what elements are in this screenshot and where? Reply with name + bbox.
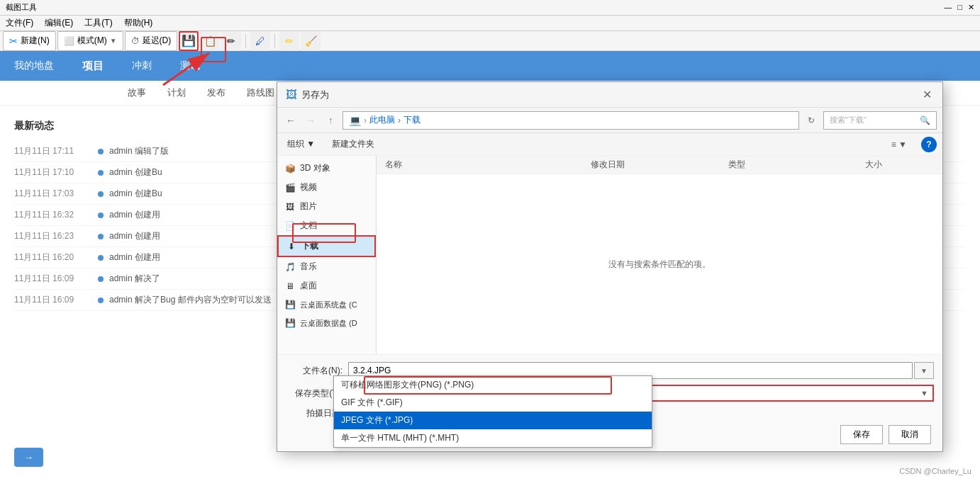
column-headers: 名称 修改日期 类型 大小	[377, 156, 942, 174]
desktop-icon: 🖥	[284, 281, 296, 292]
drive-d-icon: 💾	[284, 317, 296, 329]
dialog-title-area: 🖼 另存为	[286, 89, 329, 101]
cancel-button[interactable]: 取消	[889, 425, 931, 444]
csdn-watermark: CSDN @Charley_Lu	[899, 467, 971, 475]
left-item-picture[interactable]: 🖼 图片	[277, 197, 376, 216]
document-icon: 📄	[284, 220, 296, 232]
path-download[interactable]: 下载	[403, 114, 421, 126]
left-item-desktop[interactable]: 🖥 桌面	[277, 276, 376, 295]
help-btn[interactable]: ?	[921, 137, 937, 152]
dialog-toolbar: 组织 ▼ 新建文件夹 ≡ ▼ ?	[277, 133, 942, 156]
filetype-dropdown-arrow: ▼	[920, 389, 928, 397]
picture-icon: 🖼	[284, 201, 296, 213]
organize-btn[interactable]: 组织 ▼	[283, 137, 319, 152]
address-path: 💻 › 此电脑 › 下载	[343, 111, 799, 130]
left-item-music[interactable]: 🎵 音乐	[277, 257, 376, 276]
dialog-overlay: 🖼 另存为 ✕ ← → ↑ 💻 › 此电脑 › 下载 ↻ 搜索"下载" 🔍	[0, 0, 980, 481]
video-icon: 🎬	[284, 182, 296, 193]
search-icon: 🔍	[920, 115, 930, 125]
refresh-btn[interactable]: ↻	[803, 113, 819, 128]
music-icon: 🎵	[284, 261, 296, 273]
dialog-titlebar: 🖼 另存为 ✕	[277, 82, 942, 108]
filename-label: 文件名(N):	[286, 365, 343, 377]
left-panel: 📦 3D 对象 🎬 视频 🖼 图片 📄 文档 ⬇ 下载	[277, 156, 377, 354]
path-thispc[interactable]: 此电脑	[369, 114, 395, 126]
dialog-title-text: 另存为	[301, 89, 329, 101]
col-type-header: 类型	[728, 159, 866, 171]
ft-option-gif[interactable]: GIF 文件 (*.GIF)	[334, 394, 652, 412]
left-item-drive-c[interactable]: 💾 云桌面系统盘 (C	[277, 295, 376, 314]
empty-message: 没有与搜索条件匹配的项。	[377, 174, 942, 354]
ft-option-mht[interactable]: 单一文件 HTML (MHT) (*.MHT)	[334, 429, 652, 447]
new-folder-btn[interactable]: 新建文件夹	[328, 137, 379, 152]
col-name-header: 名称	[385, 159, 591, 171]
left-item-drive-d[interactable]: 💾 云桌面数据盘 (D	[277, 314, 376, 332]
forward-btn[interactable]: →	[303, 113, 318, 128]
view-toggle[interactable]: ≡ ▼	[891, 140, 907, 149]
search-placeholder: 搜索"下载"	[830, 115, 867, 125]
search-box[interactable]: 搜索"下载" 🔍	[823, 111, 937, 130]
filename-dropdown-btn[interactable]: ▼	[914, 362, 934, 379]
col-date-header: 修改日期	[591, 159, 728, 171]
save-button[interactable]: 保存	[840, 425, 883, 444]
right-panel: 名称 修改日期 类型 大小 没有与搜索条件匹配的项。	[377, 156, 942, 354]
up-btn[interactable]: ↑	[323, 113, 338, 128]
dialog-body: 📦 3D 对象 🎬 视频 🖼 图片 📄 文档 ⬇ 下载	[277, 156, 942, 354]
download-icon: ⬇	[286, 241, 297, 252]
3d-icon: 📦	[284, 163, 296, 174]
left-item-document[interactable]: 📄 文档	[277, 216, 376, 235]
dialog-address-bar: ← → ↑ 💻 › 此电脑 › 下载 ↻ 搜索"下载" 🔍	[277, 108, 942, 133]
ft-option-jpg[interactable]: JPEG 文件 (*.JPG)	[334, 412, 652, 429]
left-item-video[interactable]: 🎬 视频	[277, 178, 376, 197]
col-size-header: 大小	[865, 159, 934, 171]
ft-option-png[interactable]: 可移植网络图形文件(PNG) (*.PNG)	[334, 376, 652, 394]
filetype-dropdown[interactable]: 可移植网络图形文件(PNG) (*.PNG) GIF 文件 (*.GIF) JP…	[333, 375, 652, 448]
left-item-download[interactable]: ⬇ 下载	[277, 235, 376, 257]
left-item-3d[interactable]: 📦 3D 对象	[277, 159, 376, 178]
back-btn[interactable]: ←	[283, 113, 299, 128]
dialog-close-btn[interactable]: ✕	[920, 88, 934, 102]
drive-c-icon: 💾	[284, 299, 296, 310]
